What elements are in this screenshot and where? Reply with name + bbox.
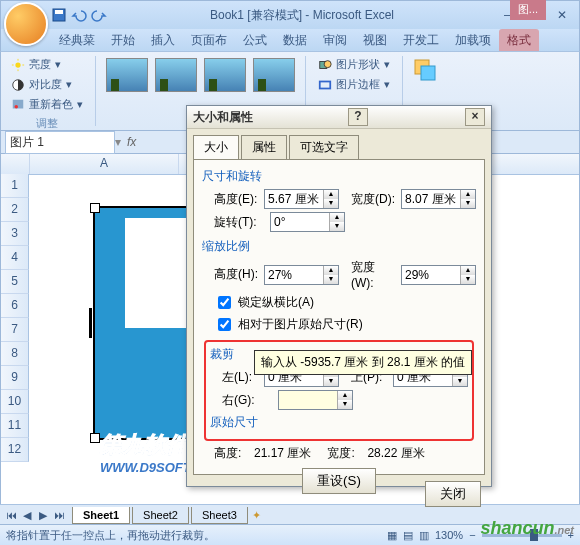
close-button[interactable]: 关闭 — [425, 481, 481, 507]
row-2[interactable]: 2 — [1, 198, 29, 222]
row-10[interactable]: 10 — [1, 390, 29, 414]
fx-icon[interactable]: fx — [127, 135, 136, 149]
next-sheet-icon[interactable]: ▶ — [36, 509, 50, 522]
resize-handle[interactable] — [90, 433, 100, 443]
row-7[interactable]: 7 — [1, 318, 29, 342]
tab-format[interactable]: 格式 — [499, 29, 539, 51]
label-width-d: 宽度(D): — [351, 191, 397, 208]
resize-handle[interactable] — [90, 203, 100, 213]
contrast-button[interactable]: 对比度 ▾ — [7, 76, 87, 93]
row-4[interactable]: 4 — [1, 246, 29, 270]
redo-icon[interactable] — [91, 7, 107, 23]
svg-point-9 — [15, 105, 19, 109]
row-1[interactable]: 1 — [1, 174, 29, 198]
spin-down-icon[interactable]: ▼ — [324, 377, 338, 386]
scale-h-input[interactable] — [265, 266, 323, 284]
brightness-button[interactable]: 亮度 ▾ — [7, 56, 87, 73]
office-button[interactable] — [4, 2, 48, 46]
scale-w-input[interactable] — [402, 266, 460, 284]
select-all[interactable] — [1, 154, 30, 174]
picture-border-button[interactable]: 图片边框 ▾ — [314, 76, 394, 93]
col-a[interactable]: A — [30, 154, 179, 174]
tab-classic[interactable]: 经典菜 — [51, 29, 103, 51]
crop-handle[interactable] — [89, 308, 102, 338]
row-6[interactable]: 6 — [1, 294, 29, 318]
style-thumb[interactable] — [106, 58, 148, 92]
style-thumb[interactable] — [155, 58, 197, 92]
tab-view[interactable]: 视图 — [355, 29, 395, 51]
scale-w-spinner[interactable]: ▲▼ — [401, 265, 476, 285]
spin-up-icon[interactable]: ▲ — [330, 213, 344, 222]
row-12[interactable]: 12 — [1, 438, 29, 462]
row-5[interactable]: 5 — [1, 270, 29, 294]
tab-properties[interactable]: 属性 — [241, 135, 287, 159]
spin-down-icon[interactable]: ▼ — [453, 377, 467, 386]
spin-up-icon[interactable]: ▲ — [324, 190, 338, 199]
reset-button[interactable]: 重设(S) — [302, 468, 376, 494]
width-input[interactable] — [402, 190, 460, 208]
rotate-input[interactable] — [271, 213, 329, 231]
prev-sheet-icon[interactable]: ◀ — [20, 509, 34, 522]
tab-formula[interactable]: 公式 — [235, 29, 275, 51]
tab-alttext[interactable]: 可选文字 — [289, 135, 359, 159]
height-input[interactable] — [265, 190, 323, 208]
zoom-in-icon[interactable]: + — [568, 529, 574, 541]
undo-icon[interactable] — [71, 7, 87, 23]
width-spinner[interactable]: ▲▼ — [401, 189, 476, 209]
crop-right-input[interactable] — [279, 391, 337, 409]
spin-down-icon[interactable]: ▼ — [461, 275, 475, 284]
first-sheet-icon[interactable]: ⏮ — [4, 509, 18, 522]
close-button[interactable]: ✕ — [549, 6, 575, 24]
sheet-tab-2[interactable]: Sheet2 — [132, 507, 189, 524]
relative-orig-checkbox[interactable] — [218, 318, 231, 331]
zoom-out-icon[interactable]: − — [469, 529, 475, 541]
last-sheet-icon[interactable]: ⏭ — [52, 509, 66, 522]
dialog-titlebar[interactable]: 大小和属性 ? × — [187, 106, 491, 129]
tab-layout[interactable]: 页面布 — [183, 29, 235, 51]
row-3[interactable]: 3 — [1, 222, 29, 246]
spin-up-icon[interactable]: ▲ — [338, 391, 352, 400]
rotate-spinner[interactable]: ▲▼ — [270, 212, 345, 232]
section-orig: 原始尺寸 — [210, 414, 468, 431]
tab-insert[interactable]: 插入 — [143, 29, 183, 51]
namebox-dropdown-icon[interactable]: ▾ — [115, 135, 121, 149]
row-9[interactable]: 9 — [1, 366, 29, 390]
label-height-h: 高度(H): — [214, 266, 260, 283]
arrange-icon[interactable] — [411, 56, 439, 84]
spin-down-icon[interactable]: ▼ — [461, 199, 475, 208]
view-normal-icon[interactable]: ▦ — [387, 529, 397, 542]
height-spinner[interactable]: ▲▼ — [264, 189, 339, 209]
sheet-tab-1[interactable]: Sheet1 — [72, 507, 130, 524]
status-text: 将指针置于任一控点上，再拖动进行裁剪。 — [6, 528, 215, 543]
tab-addins[interactable]: 加载项 — [447, 29, 499, 51]
zoom-value[interactable]: 130% — [435, 529, 463, 541]
view-break-icon[interactable]: ▥ — [419, 529, 429, 542]
picture-shape-button[interactable]: 图片形状 ▾ — [314, 56, 394, 73]
lock-ratio-checkbox[interactable] — [218, 296, 231, 309]
view-layout-icon[interactable]: ▤ — [403, 529, 413, 542]
save-icon[interactable] — [51, 7, 67, 23]
zoom-slider[interactable] — [482, 534, 562, 537]
scale-h-spinner[interactable]: ▲▼ — [264, 265, 339, 285]
spin-up-icon[interactable]: ▲ — [461, 190, 475, 199]
tab-review[interactable]: 审阅 — [315, 29, 355, 51]
tab-home[interactable]: 开始 — [103, 29, 143, 51]
name-box[interactable]: 图片 1 — [5, 131, 115, 154]
row-11[interactable]: 11 — [1, 414, 29, 438]
spin-down-icon[interactable]: ▼ — [324, 199, 338, 208]
crop-right-spinner[interactable]: ▲▼ — [278, 390, 353, 410]
style-thumb[interactable] — [204, 58, 246, 92]
tab-size[interactable]: 大小 — [193, 135, 239, 159]
spin-up-icon[interactable]: ▲ — [461, 266, 475, 275]
tab-data[interactable]: 数据 — [275, 29, 315, 51]
help-button[interactable]: ? — [348, 108, 368, 126]
row-8[interactable]: 8 — [1, 342, 29, 366]
recolor-button[interactable]: 重新着色 ▾ — [7, 96, 87, 113]
spin-up-icon[interactable]: ▲ — [324, 266, 338, 275]
dialog-close-button[interactable]: × — [465, 108, 485, 126]
spin-down-icon[interactable]: ▼ — [338, 400, 352, 409]
spin-down-icon[interactable]: ▼ — [330, 222, 344, 231]
tab-dev[interactable]: 开发工 — [395, 29, 447, 51]
style-thumb[interactable] — [253, 58, 295, 92]
spin-down-icon[interactable]: ▼ — [324, 275, 338, 284]
